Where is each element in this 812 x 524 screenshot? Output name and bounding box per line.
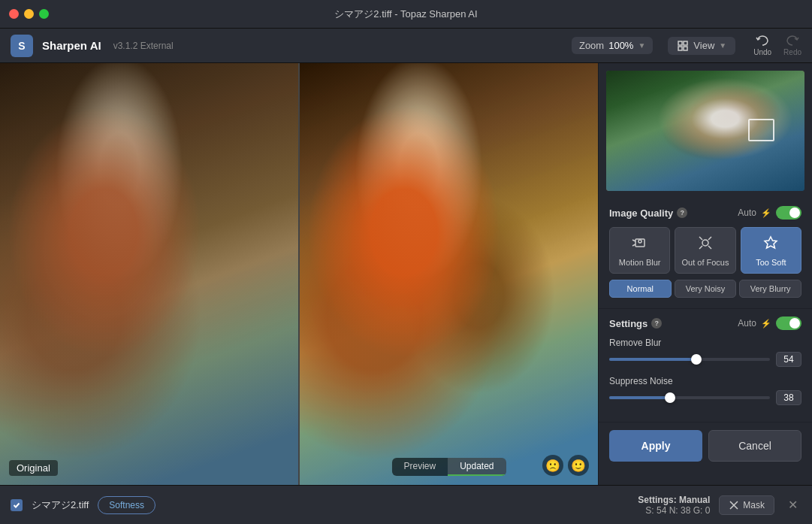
- view-label: View: [693, 40, 714, 51]
- settings-values: S: 54 N: 38 G: 0: [645, 505, 710, 516]
- remove-blur-slider-fill: [609, 358, 696, 361]
- file-name: シマアジ2.tiff: [32, 498, 89, 512]
- suppress-noise-slider-row: Suppress Noise 38: [609, 376, 801, 405]
- svg-point-5: [638, 240, 641, 243]
- preview-tabs: Preview Updated: [391, 458, 506, 476]
- settings-prefix: Settings:: [638, 495, 676, 505]
- preview-image: [300, 63, 598, 485]
- too-soft-mode-button[interactable]: Too Soft: [741, 227, 801, 274]
- header-actions: Undo Redo: [753, 35, 801, 56]
- settings-section: Settings ? Auto ⚡ Remove Blur 54: [599, 309, 812, 423]
- mode-buttons: Motion Blur Out of Focus: [609, 227, 801, 274]
- zoom-control[interactable]: Zoom 100% ▼: [572, 37, 653, 54]
- motion-blur-label: Motion Blur: [619, 258, 661, 267]
- settings-header: Settings ? Auto ⚡: [609, 317, 801, 330]
- minimize-window-button[interactable]: [24, 9, 34, 19]
- lightning-icon: ⚡: [761, 208, 771, 218]
- grid-icon: [677, 40, 689, 52]
- apply-button[interactable]: Apply: [609, 430, 702, 462]
- sad-emoji-button[interactable]: 🙁: [542, 455, 563, 476]
- view-button[interactable]: View ▼: [668, 37, 735, 55]
- suppress-noise-slider-fill: [609, 396, 670, 399]
- undo-label: Undo: [753, 48, 771, 56]
- preview-tab[interactable]: Preview: [391, 458, 448, 476]
- file-checkbox[interactable]: [11, 499, 23, 511]
- normal-sub-mode-button[interactable]: Normal: [609, 280, 672, 298]
- out-of-focus-label: Out of Focus: [682, 258, 729, 267]
- happy-emoji-button[interactable]: 🙂: [568, 455, 589, 476]
- suppress-noise-label: Suppress Noise: [609, 376, 801, 386]
- suppress-noise-slider-track[interactable]: [609, 396, 770, 399]
- auto-toggle-switch[interactable]: [776, 206, 801, 220]
- cancel-button[interactable]: Cancel: [708, 430, 801, 462]
- updated-tab[interactable]: Updated: [448, 458, 506, 476]
- close-file-button[interactable]: ✕: [783, 496, 801, 514]
- image-quality-header: Image Quality ? Auto ⚡: [609, 206, 801, 220]
- zoom-dropdown-icon: ▼: [638, 41, 645, 50]
- mask-button[interactable]: Mask: [719, 495, 774, 515]
- window-title: シマアジ2.tiff - Topaz Sharpen AI: [334, 8, 477, 21]
- settings-auto-toggle: Auto ⚡: [738, 317, 801, 330]
- window-controls[interactable]: [9, 9, 49, 19]
- redo-icon: [785, 35, 800, 47]
- settings-mode-label: Settings: Manual: [638, 495, 710, 505]
- original-panel: Original: [0, 63, 300, 485]
- out-of-focus-mode-button[interactable]: Out of Focus: [675, 227, 735, 274]
- thumbnail-container: [599, 63, 812, 198]
- thumbnail-duck-image: [606, 71, 804, 191]
- settings-info: Settings: Manual S: 54 N: 38 G: 0: [638, 495, 710, 516]
- svg-rect-2: [678, 47, 682, 50]
- thumbnail-selection-box: [748, 119, 774, 141]
- close-window-button[interactable]: [9, 9, 19, 19]
- app-logo: S: [11, 35, 33, 57]
- remove-blur-slider-row: Remove Blur 54: [609, 338, 801, 367]
- remove-blur-slider-container: 54: [609, 352, 801, 367]
- suppress-noise-slider-container: 38: [609, 390, 801, 405]
- too-soft-label: Too Soft: [756, 258, 786, 267]
- remove-blur-slider-value[interactable]: 54: [776, 352, 801, 367]
- app-name: Sharpen AI: [42, 39, 101, 52]
- out-of-focus-icon: [696, 234, 714, 254]
- thumbnail-image[interactable]: [606, 71, 804, 191]
- emoji-controls: 🙁 🙂: [542, 455, 589, 476]
- settings-lightning-icon: ⚡: [761, 319, 771, 329]
- action-buttons: Apply Cancel: [599, 423, 812, 469]
- image-quality-title: Image Quality ?: [609, 207, 687, 219]
- motion-blur-mode-button[interactable]: Motion Blur: [609, 227, 670, 274]
- original-image: [0, 63, 298, 485]
- sub-mode-buttons: Normal Very Noisy Very Blurry: [609, 280, 801, 298]
- very-noisy-sub-mode-button[interactable]: Very Noisy: [675, 280, 737, 298]
- image-quality-auto-toggle: Auto ⚡: [738, 206, 801, 220]
- app-header: S Sharpen AI v3.1.2 External Zoom 100% ▼…: [0, 29, 812, 63]
- settings-help-icon[interactable]: ?: [651, 318, 662, 329]
- app-version: v3.1.2 External: [113, 41, 174, 51]
- settings-title: Settings ?: [609, 318, 662, 329]
- zoom-value: 100%: [608, 40, 633, 51]
- remove-blur-slider-track[interactable]: [609, 358, 770, 361]
- too-soft-icon: [762, 234, 780, 254]
- auto-label: Auto: [738, 207, 756, 218]
- image-quality-help-icon[interactable]: ?: [677, 207, 687, 218]
- image-split: Original Preview Updated 🙁 🙂: [0, 63, 598, 485]
- softness-button[interactable]: Softness: [98, 496, 155, 514]
- settings-toggle-switch[interactable]: [776, 317, 801, 330]
- suppress-noise-slider-value[interactable]: 38: [776, 390, 801, 405]
- undo-button[interactable]: Undo: [753, 35, 771, 56]
- svg-rect-3: [684, 47, 687, 50]
- very-blurry-label: Very Blurry: [750, 284, 791, 293]
- main-content: Original Preview Updated 🙁 🙂: [0, 63, 812, 485]
- mask-label: Mask: [743, 500, 765, 510]
- bottom-bar: シマアジ2.tiff Softness Settings: Manual S: …: [0, 485, 812, 524]
- checkmark-icon: [13, 501, 20, 509]
- svg-marker-7: [765, 237, 777, 248]
- maximize-window-button[interactable]: [39, 9, 49, 19]
- zoom-label: Zoom: [579, 40, 604, 51]
- svg-rect-0: [678, 41, 682, 45]
- very-blurry-sub-mode-button[interactable]: Very Blurry: [739, 280, 801, 298]
- mask-icon: [729, 500, 739, 510]
- redo-button[interactable]: Redo: [783, 35, 801, 56]
- settings-mode: Manual: [679, 495, 710, 505]
- remove-blur-slider-thumb: [691, 354, 702, 365]
- image-area: Original Preview Updated 🙁 🙂: [0, 63, 598, 485]
- undo-icon: [755, 35, 770, 47]
